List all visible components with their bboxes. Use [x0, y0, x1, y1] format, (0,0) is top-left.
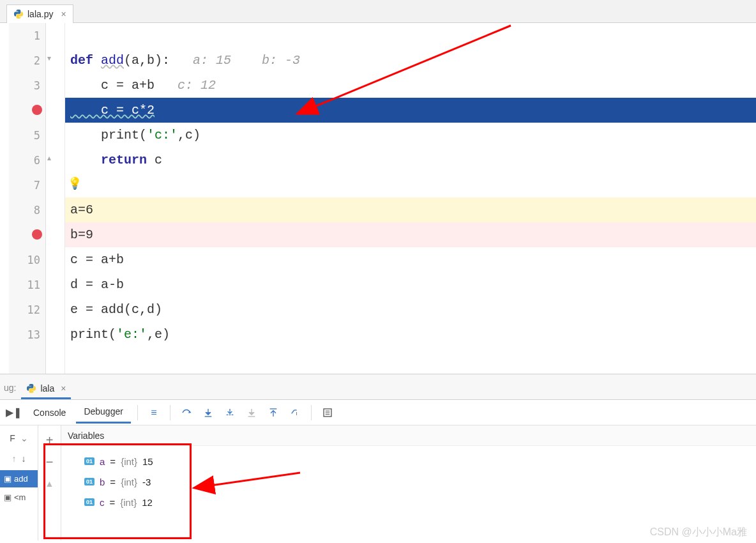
frames-label: F [10, 433, 15, 443]
file-tab-label: lala.py [27, 9, 53, 19]
var-name: c [100, 497, 105, 508]
gutter-icons: ▾ ▴ 💡 [46, 23, 65, 374]
code-line[interactable]: d = a-b [65, 272, 756, 297]
force-step-into-icon[interactable] [242, 403, 261, 422]
step-over-icon[interactable] [177, 403, 196, 422]
code-line[interactable]: print('c:',c) [65, 123, 756, 148]
evaluate-expression-icon[interactable] [318, 403, 337, 422]
variables-toolbar: + − ▲ [38, 425, 61, 540]
watermark: CSDN @小小小Ma雅 [650, 526, 747, 539]
debug-run-tab-label: lala [40, 383, 54, 394]
frame-name: <m [14, 493, 26, 502]
code-line[interactable]: print('e:',e) [65, 322, 756, 347]
file-tab[interactable]: lala.py × [6, 4, 73, 23]
var-value: -3 [142, 477, 151, 487]
editor-area: 1 2 3 4 5 6 7 8 9 10 11 12 13 ▾ ▴ 💡 def … [0, 23, 756, 374]
code-line[interactable]: def add(a,b): a: 15 b: -3 [65, 48, 756, 73]
var-value: 15 [142, 456, 153, 467]
variable-row[interactable]: 01 b = {int} -3 [84, 471, 756, 492]
step-into-my-code-icon[interactable] [220, 403, 239, 422]
code-line[interactable]: return c [65, 148, 756, 172]
debug-tab-bar: ug: lala × [0, 374, 756, 400]
code-line[interactable] [65, 23, 756, 48]
svg-rect-1 [248, 416, 255, 417]
line-number[interactable]: 7 [34, 172, 40, 197]
breakpoint-icon[interactable] [32, 229, 42, 240]
frame-layout-icon: ▣ [4, 493, 11, 502]
gutter[interactable]: 1 2 3 4 5 6 7 8 9 10 11 12 13 [9, 23, 46, 374]
line-number[interactable]: 1 [34, 23, 40, 48]
svg-rect-2 [270, 408, 277, 409]
var-type: {int} [121, 456, 137, 467]
type-badge: 01 [84, 457, 94, 465]
fold-icon[interactable]: ▾ [47, 54, 51, 63]
debug-run-tab[interactable]: lala × [21, 379, 71, 399]
var-type: {int} [121, 477, 137, 487]
line-number[interactable]: 2 [34, 48, 40, 73]
code-line-current[interactable]: c = c*2 [65, 98, 756, 123]
var-type: {int} [120, 497, 137, 508]
stack-frame[interactable]: ▣ <m [0, 489, 38, 506]
step-out-icon[interactable] [264, 403, 283, 422]
close-icon[interactable]: × [61, 9, 66, 19]
step-into-icon[interactable] [199, 403, 218, 422]
variables-panel: + − ▲ Variables 01 a = {int} 15 01 b [38, 425, 756, 540]
up-icon[interactable]: ▲ [38, 473, 61, 494]
threads-icon[interactable]: ≡ [144, 403, 163, 422]
python-icon [26, 383, 36, 394]
line-number[interactable]: 13 [27, 322, 40, 347]
breakpoint-icon[interactable] [32, 105, 42, 115]
prev-frame-icon[interactable]: ↑ [12, 454, 17, 464]
code-line[interactable]: c = a+b [65, 247, 756, 272]
variables-header: Variables [61, 425, 756, 446]
stack-frame[interactable]: ▣ add [0, 470, 38, 487]
debug-toolbar: ▶❚ Console Debugger ≡ I [0, 400, 756, 425]
line-number[interactable]: 11 [27, 272, 40, 297]
svg-rect-0 [205, 416, 212, 417]
svg-text:I: I [296, 411, 297, 417]
code-line[interactable]: b=9 [65, 222, 756, 247]
frame-controls: F ⌄ ↑ ↓ ▣ add ▣ <m [0, 425, 38, 540]
console-tab[interactable]: Console [26, 402, 73, 423]
code-line[interactable]: e = add(c,d) [65, 297, 756, 322]
add-watch-icon[interactable]: + [38, 429, 61, 451]
separator [311, 405, 312, 420]
python-icon [13, 9, 24, 19]
restore-layout-icon[interactable]: ▶❚ [4, 403, 23, 422]
editor-tab-bar: lala.py × [0, 0, 756, 23]
code-line[interactable]: a=6 [65, 197, 756, 222]
separator [170, 405, 170, 420]
debugger-tab[interactable]: Debugger [76, 401, 131, 424]
code-line[interactable]: c = a+b c: 12 [65, 73, 756, 98]
remove-watch-icon[interactable]: − [38, 451, 61, 473]
var-value: 12 [142, 497, 153, 508]
close-icon[interactable]: × [61, 383, 66, 394]
chevron-down-icon[interactable]: ⌄ [20, 433, 28, 443]
line-number[interactable]: 3 [34, 73, 40, 98]
debug-panel: ug: lala × ▶❚ Console Debugger ≡ I F ⌄ ↑ [0, 374, 756, 540]
next-frame-icon[interactable]: ↓ [22, 454, 26, 464]
line-number[interactable]: 12 [27, 297, 40, 322]
frame-name: add [14, 474, 28, 484]
debug-panel-label: ug: [4, 383, 16, 399]
line-number[interactable]: 5 [34, 123, 40, 148]
variables-list: 01 a = {int} 15 01 b = {int} -3 01 [61, 446, 756, 512]
line-number[interactable]: 6 [34, 148, 40, 172]
code-area[interactable]: def add(a,b): a: 15 b: -3 c = a+b c: 12 … [65, 23, 756, 374]
var-name: b [100, 477, 105, 487]
frame-layout-icon: ▣ [4, 474, 11, 484]
line-number[interactable]: 10 [27, 247, 40, 272]
fold-column [0, 23, 9, 374]
code-line[interactable] [65, 172, 756, 197]
variable-row[interactable]: 01 c = {int} 12 [84, 492, 756, 512]
type-badge: 01 [84, 478, 94, 486]
type-badge: 01 [84, 498, 94, 506]
var-name: a [100, 456, 105, 467]
line-number[interactable]: 8 [34, 197, 40, 222]
separator [137, 405, 138, 420]
run-to-cursor-icon[interactable]: I [285, 403, 305, 422]
fold-end-icon[interactable]: ▴ [47, 153, 51, 162]
variable-row[interactable]: 01 a = {int} 15 [84, 451, 756, 471]
